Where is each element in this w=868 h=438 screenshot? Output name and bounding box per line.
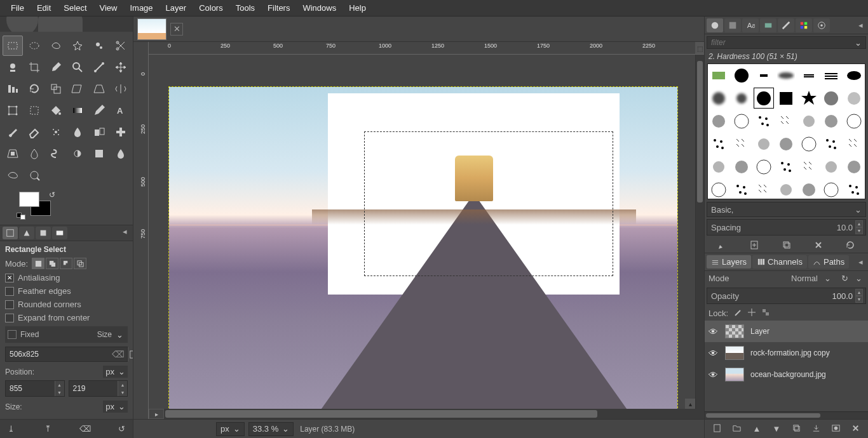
brush-item-10[interactable] [775,87,797,109]
position-y-input[interactable] [69,384,118,393]
brush-item-39[interactable] [798,178,820,199]
brush-item-9[interactable] [753,87,775,109]
brush-item-14[interactable] [708,110,729,132]
menu-tools[interactable]: Tools [230,1,261,15]
new-layer-icon[interactable] [707,423,727,435]
layer-row-2[interactable]: 👁ocean-background.jpg [705,364,868,385]
tool-scale[interactable] [46,79,66,99]
opacity-down[interactable]: ▼ [855,296,863,303]
brush-item-6[interactable] [843,64,865,86]
tab-channels[interactable]: Channels [752,255,807,269]
mode-add[interactable] [46,258,58,269]
image-tab-1[interactable] [137,18,166,40]
menu-select[interactable]: Select [58,1,92,15]
brush-item-8[interactable] [730,87,752,109]
tab-undo-history[interactable] [36,227,51,239]
scrollbar-horizontal[interactable] [164,409,704,419]
new-brush-icon[interactable] [740,240,768,250]
position-unit-select[interactable]: px⌄ [103,366,128,378]
canvas-viewport[interactable]: ▴ [149,55,695,409]
tool-path[interactable] [24,165,44,185]
tool-scissors[interactable] [111,36,131,56]
menu-edit[interactable]: Edit [31,1,57,15]
left-configure-icon[interactable]: ◂ [119,227,130,239]
tab-dynamics[interactable] [778,18,794,32]
tool-warp[interactable] [3,165,23,185]
foreground-color[interactable] [19,192,39,207]
delete-layer-icon[interactable] [846,423,865,435]
ruler-horizontal[interactable]: 0 250 500 750 1000 1250 1500 1750 2000 2… [149,42,704,55]
tool-foreground-select[interactable] [3,57,23,77]
brush-item-36[interactable] [730,178,752,199]
layer-name-2[interactable]: ocean-background.jpg [750,370,826,379]
tool-bucket-fill[interactable] [46,100,66,121]
canvas-image[interactable] [168,86,678,409]
tab-tool-options[interactable] [3,227,18,239]
tool-align[interactable] [3,79,23,99]
duplicate-brush-icon[interactable] [772,240,800,250]
brush-item-7[interactable] [708,87,729,109]
brush-filter-dropdown[interactable]: ⌄ [851,38,865,48]
scrollbar-vertical[interactable] [695,55,704,409]
image-tab-close[interactable]: ✕ [170,23,183,36]
tool-eraser[interactable] [24,122,44,142]
layer-row-1[interactable]: 👁rock-formation.jpg copy [705,342,868,364]
delete-options-icon[interactable]: ⌫ [78,424,92,434]
tool-zoom[interactable] [67,57,88,77]
brush-item-29[interactable] [730,156,752,178]
brush-item-19[interactable] [820,110,842,132]
layers-scrollbar-horizontal[interactable] [705,411,868,419]
layer-row-0[interactable]: 👁Layer [705,321,868,342]
tool-unified-transform[interactable] [24,100,44,121]
layer-mask-icon[interactable] [826,423,846,435]
tool-perspective-clone[interactable] [3,143,23,164]
tool-gradient[interactable] [67,100,88,121]
tab-palettes[interactable] [796,18,812,32]
brush-item-27[interactable] [843,133,865,155]
layer-name-0[interactable]: Layer [750,327,770,336]
brush-item-23[interactable] [753,133,775,155]
tab-layers[interactable]: Layers [707,255,751,269]
tool-heal[interactable] [111,122,131,142]
tool-crop[interactable] [24,57,44,77]
spacing-up[interactable]: ▲ [855,220,863,227]
spacing-down[interactable]: ▼ [855,227,863,234]
tool-airbrush[interactable] [46,122,66,142]
layer-visibility-1[interactable]: 👁 [709,348,719,359]
tab-presets[interactable] [813,18,830,32]
menu-colors[interactable]: Colors [193,1,229,15]
brush-item-32[interactable] [798,156,820,178]
tool-move[interactable] [111,57,131,77]
layer-name-1[interactable]: rock-formation.jpg copy [750,348,830,357]
restore-options-icon[interactable]: ⤒ [41,424,55,434]
edit-brush-icon[interactable] [709,240,736,250]
tab-gradients[interactable] [760,18,776,32]
new-layer-group-icon[interactable] [727,423,747,435]
menu-layer[interactable]: Layer [160,1,193,15]
tool-color-picker[interactable] [46,57,66,77]
tab-fonts[interactable]: Aa [742,18,759,32]
tool-cage[interactable] [3,100,23,121]
menu-file[interactable]: File [5,1,30,15]
quick-mask-icon[interactable]: ▸ [149,409,164,419]
tool-dodge-burn[interactable] [67,143,88,164]
tool-perspective[interactable] [89,79,109,99]
pos-x-up[interactable]: ▲ [55,381,64,388]
refresh-brush-icon[interactable] [836,240,864,250]
lock-pixels-icon[interactable] [733,308,742,319]
brush-item-18[interactable] [798,110,820,132]
layer-lower-icon[interactable]: ▼ [766,424,786,434]
mode-intersect[interactable] [74,258,86,269]
tool-clone-2[interactable] [89,143,109,164]
brush-item-12[interactable] [820,87,842,109]
brush-item-3[interactable] [775,64,797,86]
tab-brushes[interactable] [707,18,723,32]
brush-item-34[interactable] [843,156,865,178]
mode-subtract[interactable] [60,258,72,269]
lock-alpha-icon[interactable] [761,308,770,319]
swap-colors-icon[interactable]: ↺ [49,190,55,199]
brush-item-21[interactable] [708,133,729,155]
reset-options-icon[interactable]: ↺ [115,424,129,434]
zoom-toggle-icon[interactable]: ⬚ [695,42,704,55]
fixed-value-input[interactable] [6,350,109,359]
